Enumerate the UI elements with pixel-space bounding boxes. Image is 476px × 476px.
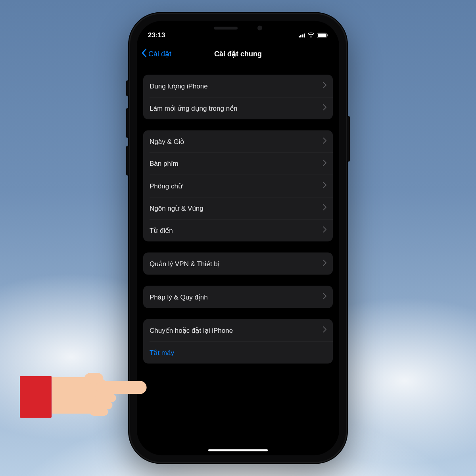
settings-row-label: Từ điển — [150, 226, 173, 234]
volume-up-button — [126, 108, 129, 138]
chevron-right-icon — [323, 204, 326, 212]
chevron-right-icon — [323, 159, 326, 168]
pointing-hand-icon — [20, 376, 52, 418]
power-button — [347, 116, 350, 162]
settings-row-label: Phông chữ — [150, 182, 182, 190]
settings-row-label: Dung lượng iPhone — [150, 82, 208, 90]
nav-bar: Cài đặt Cài đặt chung — [137, 44, 339, 64]
front-camera — [257, 26, 262, 31]
settings-row-label: Quản lý VPN & Thiết bị — [150, 259, 220, 268]
settings-group: Dung lượng iPhoneLàm mới ứng dụng trong … — [143, 75, 333, 119]
chevron-left-icon — [142, 48, 147, 59]
chevron-right-icon — [323, 182, 326, 190]
chevron-right-icon — [323, 259, 326, 268]
back-button[interactable]: Cài đặt — [142, 44, 171, 64]
svg-rect-3 — [96, 381, 146, 394]
mute-switch — [126, 81, 129, 96]
status-time: 23:13 — [148, 31, 165, 39]
chevron-right-icon — [323, 137, 326, 146]
settings-row[interactable]: Pháp lý & Quy định — [143, 286, 333, 308]
screen: 23:13 Cài đặt Cài đặt chung Dung lượng i… — [137, 21, 339, 455]
phone-frame: 23:13 Cài đặt Cài đặt chung Dung lượng i… — [128, 12, 348, 464]
settings-row-label: Pháp lý & Quy định — [150, 293, 208, 301]
settings-group: Pháp lý & Quy định — [143, 286, 333, 308]
chevron-right-icon — [323, 326, 326, 334]
settings-row[interactable]: Ngôn ngữ & Vùng — [143, 197, 333, 219]
cellular-signal-icon — [299, 33, 305, 38]
settings-list[interactable]: Dung lượng iPhoneLàm mới ứng dụng trong … — [137, 68, 339, 455]
chevron-right-icon — [323, 293, 326, 301]
svg-rect-4 — [95, 394, 116, 402]
settings-row[interactable]: Phông chữ — [143, 175, 333, 197]
chevron-right-icon — [323, 82, 326, 90]
settings-row[interactable]: Chuyển hoặc đặt lại iPhone — [143, 319, 333, 342]
volume-down-button — [126, 146, 129, 176]
svg-rect-6 — [90, 408, 108, 416]
svg-rect-2 — [327, 34, 328, 36]
nav-title: Cài đặt chung — [214, 50, 262, 58]
settings-row-label: Làm mới ứng dụng trong nền — [150, 104, 238, 112]
settings-row[interactable]: Dung lượng iPhone — [143, 75, 333, 97]
speaker-grille — [214, 27, 238, 29]
home-indicator[interactable] — [208, 449, 268, 451]
settings-row[interactable]: Bàn phím — [143, 153, 333, 175]
battery-icon — [317, 33, 328, 38]
settings-group: Chuyển hoặc đặt lại iPhoneTắt máy — [143, 319, 333, 364]
settings-group: Ngày & GiờBàn phímPhông chữNgôn ngữ & Vù… — [143, 131, 333, 242]
settings-row[interactable]: Từ điển — [143, 219, 333, 242]
notch — [192, 21, 284, 35]
hand-cuff — [20, 376, 52, 418]
wifi-icon — [307, 33, 315, 38]
settings-row[interactable]: Làm mới ứng dụng trong nền — [143, 97, 333, 119]
settings-row[interactable]: Ngày & Giờ — [143, 131, 333, 153]
back-label: Cài đặt — [148, 50, 171, 58]
settings-row-label: Bàn phím — [150, 160, 178, 168]
chevron-right-icon — [323, 104, 326, 112]
svg-rect-1 — [318, 33, 326, 37]
settings-row-label: Tắt máy — [150, 348, 174, 357]
settings-row-label: Ngôn ngữ & Vùng — [150, 204, 203, 212]
settings-row-label: Chuyển hoặc đặt lại iPhone — [150, 326, 233, 334]
settings-row[interactable]: Quản lý VPN & Thiết bị — [143, 253, 333, 275]
chevron-right-icon — [323, 226, 326, 234]
settings-row[interactable]: Tắt máy — [143, 342, 333, 364]
settings-group: Quản lý VPN & Thiết bị — [143, 253, 333, 275]
settings-row-label: Ngày & Giờ — [150, 137, 184, 146]
